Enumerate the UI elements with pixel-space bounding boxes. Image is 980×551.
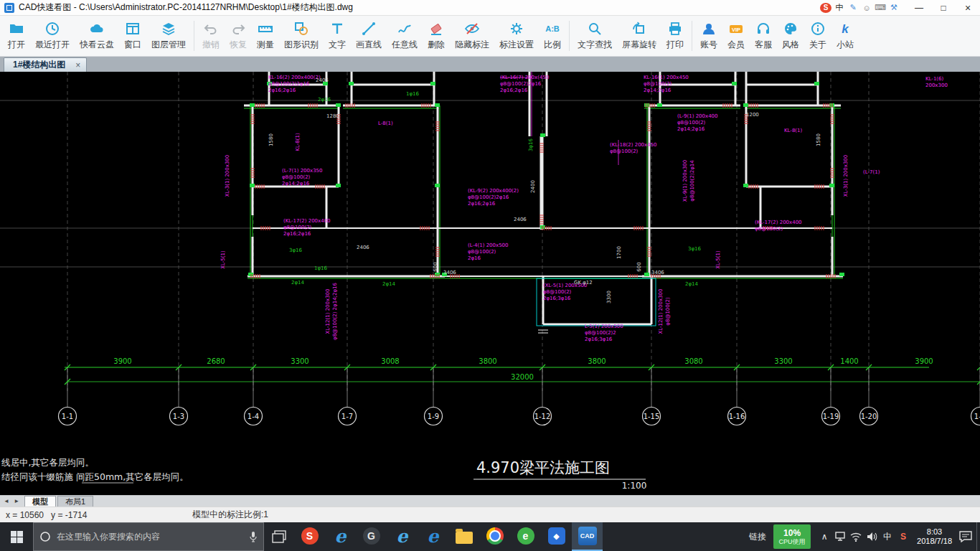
toolbar-button-folder[interactable]: 打开 [3,17,30,55]
axis-bubbles: 1-11-31-41-71-91-121-151-161-191-201-2 [59,408,980,425]
cad-annotation: 2φ14;2φ16 [282,181,310,187]
layout-nav-arrows[interactable]: ◄ ► [4,498,21,504]
taskbar-app-file-explorer[interactable] [448,522,479,551]
cad-annotation: (L-7(1) 200x350 [282,168,323,174]
taskbar-app-edge-browser-2[interactable]: e [418,522,448,551]
toolbar-label: 比例 [544,39,561,51]
sogou-ime-icon[interactable]: S [820,3,831,13]
cad-annotation: 2φ16;2φ16 [500,88,528,93]
taskbar-app-blue-square-app[interactable]: ◆ [541,522,572,551]
toolbar-label: 任意线 [392,39,418,51]
taskbar-app-sogou-pinyin[interactable]: S [294,522,325,551]
toolbar-label: 文字查找 [578,39,612,51]
toolbox-icon[interactable]: ⚒ [888,2,900,14]
minimize-button[interactable]: — [907,0,931,15]
taskbar-app-edge-browser[interactable]: e [325,522,356,551]
toolbar-label: 撤销 [202,39,220,51]
document-tab[interactable]: 1#楼结构出图 × [4,57,87,72]
cad-annotation: XL-12(1) 200x300 [325,288,331,334]
app-window: CAD快速看图 - C:\Users\Administrator.PC-2014… [0,0,980,551]
lang-indicator[interactable]: 中 [834,2,845,14]
toolbar-button-cloud[interactable]: 快看云盘 [75,17,119,55]
toolbar-button-freeline[interactable]: 任意线 [387,17,423,55]
close-button[interactable]: × [956,0,980,15]
links-toolbar-label[interactable]: 链接 [749,531,766,543]
cad-drawing[interactable]: 3900268033003008380038003080330014003900… [0,72,980,495]
toolbar-button-print[interactable]: 打印 [661,17,689,55]
lang-indicator[interactable]: 中 [880,522,895,551]
cad-annotation: XL-5(1) [220,250,226,269]
toolbar-button-text[interactable]: 文字 [324,17,351,55]
taskbar-search-input[interactable]: 在这里输入你要搜索的内容 [33,522,264,551]
clock[interactable]: 8:03 2018/7/18 [917,527,952,546]
mic-icon[interactable] [249,531,258,542]
cad-annotation: φ8@100(2)2 [585,330,616,336]
toolbar-button-service[interactable]: 客服 [750,17,777,55]
toolbar-label: 快看云盘 [80,39,114,51]
folder-icon [9,21,24,37]
cpu-widget[interactable]: 10% CPU使用 [773,524,816,549]
network-icon[interactable] [832,522,848,551]
cad-annotation: φ8@100(2)2φ16 [500,81,542,87]
cad-annotation: 2φ14 [685,281,699,287]
wifi-icon[interactable] [848,522,864,551]
toolbar-button-measure[interactable]: 测量 [252,17,279,55]
toolbar-button-vip[interactable]: VIP会员 [722,17,750,55]
toolbar-button-redo[interactable]: 恢复 [225,17,252,55]
cad-annotation: φ8@100(2)2φ14 [689,160,695,202]
line-icon [361,21,377,37]
toolbar-button-layers[interactable]: 图层管理 [146,17,191,55]
ime-toolbar[interactable]: S中✎☺⌨⚒ [820,2,900,14]
volume-icon[interactable] [864,522,880,551]
toolbar-button-shape[interactable]: 图形识别 [279,17,324,55]
app-icon [4,3,14,13]
toolbar-button-line[interactable]: 画直线 [351,17,387,55]
taskbar: 在这里输入你要搜索的内容 SeGeee◆CAD 链接 10% CPU使用 ∧ [0,522,980,551]
toolbar-button-account[interactable]: 账号 [695,17,722,55]
tab-close-icon[interactable]: × [75,60,80,70]
toolbar-button-search[interactable]: 文字查找 [573,17,617,55]
keyboard-icon[interactable]: ⌨ [875,2,886,14]
start-button[interactable] [0,522,33,551]
drawing-scale: 1:100 [622,481,647,491]
document-tabbar: 1#楼结构出图 × [0,57,980,72]
layout-tab-layout1[interactable]: 布局1 [57,496,93,507]
cad-annotation: L-5(1) 200x500 [585,324,623,329]
toolbar: 打开最近打开快看云盘窗口图层管理撤销恢复测量图形识别文字画直线任意线删除隐藏标注… [0,16,980,57]
print-icon [667,21,683,37]
toolbar-button-eraser[interactable]: 删除 [423,17,450,55]
handwriting-icon[interactable]: ✎ [847,2,859,14]
document-tab-label: 1#楼结构出图 [13,59,65,71]
cortana-icon [39,531,51,542]
taskbar-app-g-app[interactable]: G [356,522,387,551]
toolbar-button-window[interactable]: 窗口 [119,17,146,55]
taskbar-app-chrome-browser[interactable] [479,522,510,551]
emoji-icon[interactable]: ☺ [861,2,872,14]
cursor-coordinates: x = 10560 y = -1714 [0,510,192,520]
tray-expand-chevron-icon[interactable]: ∧ [816,522,832,551]
taskbar-app-internet-explorer[interactable]: e [387,522,418,551]
toolbar-button-ratio[interactable]: A:B比例 [539,17,566,55]
cad-annotation: KL-8(1) [295,133,301,151]
maximize-button[interactable]: □ [931,0,956,15]
toolbar-button-about[interactable]: 关于 [804,17,831,55]
toolbar-button-undo[interactable]: 撤销 [197,17,225,55]
toolbar-button-style[interactable]: 风格 [777,17,804,55]
toolbar-button-settings[interactable]: 标注设置 [494,17,539,55]
show-desktop-button[interactable] [976,522,980,551]
toolbar-button-recent[interactable]: 最近打开 [30,17,75,55]
layout-tab-model[interactable]: 模型 [24,496,56,507]
clock-time: 8:03 [917,527,952,537]
action-center-icon[interactable] [958,522,974,551]
taskbar-app-cad-quick-viewer[interactable]: CAD [572,522,603,551]
task-view-button[interactable] [264,522,294,551]
taskbar-app-green-browser[interactable]: e [510,522,541,551]
dimension-value: 1400 [840,357,858,365]
model-layout-tabbar: ◄ ► 模型布局1 [0,495,980,507]
toolbar-button-ksite[interactable]: k小站 [831,17,859,55]
note-line-2: 结径同该十缀筋施 间距50mm,其它各层均同。 [1,471,189,482]
toolbar-button-hide[interactable]: 隐藏标注 [450,17,494,55]
toolbar-button-rotate[interactable]: 屏幕旋转 [617,17,661,55]
sogou-tray-icon[interactable]: S [895,522,911,551]
axis-bubble-label: 1-7 [341,413,353,420]
